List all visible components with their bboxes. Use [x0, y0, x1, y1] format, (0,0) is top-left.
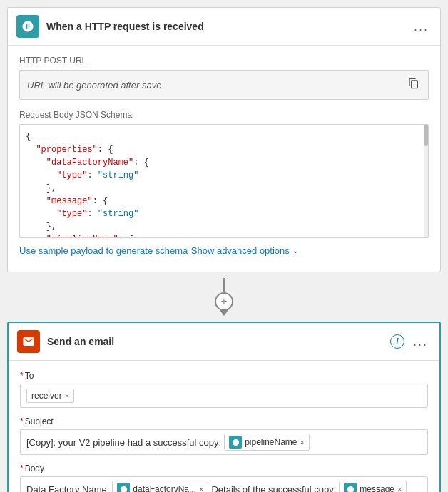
- add-step-button[interactable]: +: [215, 292, 233, 311]
- to-label-text: To: [25, 371, 34, 381]
- subject-tag-pipelinename: pipelineName ×: [224, 434, 310, 451]
- to-tag-receiver: receiver ×: [26, 389, 74, 403]
- send-email-body: * To receiver × * Subject [Copy]: your: [9, 361, 439, 492]
- to-required-star: *: [20, 371, 24, 381]
- chevron-down-icon-1: ⌄: [292, 246, 299, 255]
- body-label-text: Body: [25, 463, 44, 473]
- message-icon-svg: [347, 486, 355, 493]
- http-icon-svg: [21, 20, 34, 33]
- send-email-header: Send an email i ...: [9, 323, 439, 361]
- sample-payload-link[interactable]: Use sample payload to generate schema: [19, 245, 188, 256]
- schema-label: Request Body JSON Schema: [19, 110, 429, 120]
- step-connector: +: [7, 272, 441, 322]
- body-tag-datafactory-close[interactable]: ×: [199, 486, 203, 493]
- copy-icon[interactable]: [407, 76, 421, 93]
- http-request-body: HTTP POST URL URL will be generated afte…: [8, 46, 440, 272]
- subject-tag-pipelinename-label: pipelineName: [245, 437, 297, 447]
- json-editor[interactable]: { "properties": { "dataFactoryName": { "…: [19, 124, 429, 238]
- send-email-icon: [17, 330, 40, 353]
- info-icon[interactable]: i: [390, 334, 404, 349]
- http-request-header: When a HTTP request is received ...: [8, 8, 440, 46]
- to-tag-input[interactable]: receiver ×: [20, 384, 428, 408]
- subject-label-text: Subject: [25, 416, 54, 426]
- subject-prefix-text: [Copy]: your V2 pipeline had a successfu…: [26, 437, 221, 448]
- subject-label: * Subject: [20, 416, 428, 426]
- url-field: URL will be generated after save: [19, 70, 429, 100]
- body-required-star: *: [20, 463, 24, 473]
- email-icon-svg: [22, 335, 35, 348]
- body-prefix-text: Data Factory Name:: [26, 484, 109, 493]
- http-request-icon: [16, 15, 39, 38]
- http-request-card: When a HTTP request is received ... HTTP…: [7, 7, 441, 272]
- send-email-menu[interactable]: ...: [410, 334, 431, 349]
- to-field: * To receiver ×: [20, 371, 428, 408]
- http-url-label: HTTP POST URL: [19, 56, 429, 66]
- header-actions: i ...: [390, 334, 431, 349]
- connector-arrow: [220, 310, 228, 316]
- subject-tag-input[interactable]: [Copy]: your V2 pipeline had a successfu…: [20, 429, 428, 455]
- url-text: URL will be generated after save: [27, 80, 407, 91]
- body-label: * Body: [20, 463, 428, 473]
- http-request-menu[interactable]: ...: [411, 19, 432, 34]
- subject-field: * Subject [Copy]: your V2 pipeline had a…: [20, 416, 428, 455]
- body-field: * Body Data Factory Name: dataFactoryNa.…: [20, 463, 428, 492]
- pipeline-icon-svg: [232, 439, 240, 446]
- body-tag-datafactory: dataFactoryNa... ×: [112, 481, 208, 492]
- datafactory-icon-svg: [120, 486, 128, 493]
- body-tag-input[interactable]: Data Factory Name: dataFactoryNa... × De…: [20, 476, 428, 492]
- send-email-card: Send an email i ... * To receiver ×: [7, 322, 441, 492]
- body-tag-message-label: message: [360, 484, 394, 492]
- main-container: When a HTTP request is received ... HTTP…: [7, 7, 441, 492]
- subject-required-star: *: [20, 416, 24, 426]
- body-tag-message-close[interactable]: ×: [397, 486, 402, 493]
- pipeline-tag-icon: [229, 436, 242, 449]
- message-tag-icon: [344, 483, 357, 492]
- connector-line-top: [223, 278, 225, 292]
- body-tag-datafactory-label: dataFactoryNa...: [133, 484, 196, 492]
- show-advanced-1[interactable]: Show advanced options ⌄: [191, 245, 299, 256]
- to-tag-receiver-label: receiver: [31, 391, 62, 401]
- datafactory-tag-icon: [117, 483, 130, 492]
- http-request-title: When a HTTP request is received: [46, 21, 411, 32]
- show-advanced-1-label: Show advanced options: [191, 245, 290, 256]
- body-middle-text: Details of the successful copy:: [211, 484, 336, 493]
- to-tag-receiver-close[interactable]: ×: [65, 392, 69, 400]
- body-tag-message: message ×: [339, 481, 407, 492]
- subject-tag-pipelinename-close[interactable]: ×: [300, 439, 305, 446]
- to-label: * To: [20, 371, 428, 381]
- send-email-title: Send an email: [47, 336, 390, 347]
